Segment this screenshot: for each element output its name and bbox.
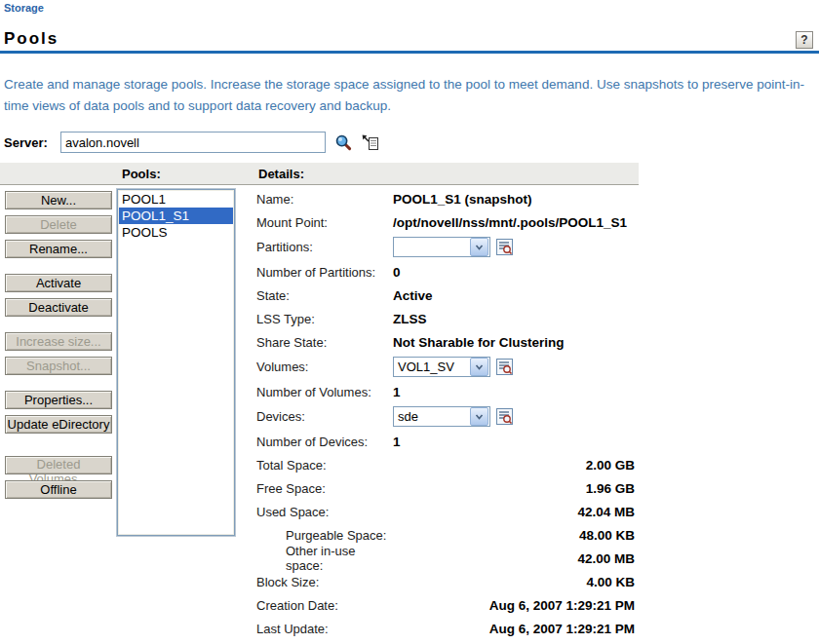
title-divider <box>0 51 819 54</box>
action-button-column: New...DeleteRename...ActivateDeactivateI… <box>5 191 112 505</box>
pool-list-item-POOLS[interactable]: POOLS <box>119 224 233 241</box>
chevron-down-icon <box>470 358 488 376</box>
pool-list-item-POOL1[interactable]: POOL1 <box>119 191 233 208</box>
devices-details-browse-icon[interactable] <box>496 408 513 425</box>
detail-value-state: Active <box>393 288 433 303</box>
object-history-icon[interactable] <box>361 133 380 152</box>
detail-label-state: State: <box>256 288 393 303</box>
partitions-details-browse-icon[interactable] <box>496 239 513 255</box>
detail-row-lss-type: LSS Type:ZLSS <box>256 307 637 330</box>
pool-list-item-POOL1_S1[interactable]: POOL1_S1 <box>119 208 233 224</box>
detail-label-other-in-use-space: Other in-use space: <box>256 544 393 573</box>
page-title: Pools <box>4 29 58 49</box>
action-button-delete[interactable]: Delete <box>5 215 112 234</box>
detail-label-purgeable-space: Purgeable Space: <box>256 528 393 543</box>
detail-label-partitions: Partitions: <box>256 240 393 254</box>
devices-select[interactable]: sde <box>393 406 490 427</box>
action-button-deactivate[interactable]: Deactivate <box>5 298 112 317</box>
action-button-properties[interactable]: Properties... <box>5 391 112 409</box>
detail-label-mount-point: Mount Point: <box>256 215 393 230</box>
chevron-down-icon <box>470 407 488 426</box>
detail-label-number-of-devices: Number of Devices: <box>256 435 393 449</box>
detail-value-creation-date: Aug 6, 2007 1:29:21 PM <box>393 598 637 613</box>
action-button-rename[interactable]: Rename... <box>5 240 112 258</box>
detail-row-state: State:Active <box>256 284 637 307</box>
page-description: Create and manage storage pools. Increas… <box>4 74 811 117</box>
action-button-new[interactable]: New... <box>5 191 112 209</box>
detail-value-number-of-partitions: 0 <box>393 265 401 280</box>
detail-row-block-size: Block Size:4.00 KB <box>256 570 637 593</box>
detail-value-number-of-volumes: 1 <box>393 385 401 399</box>
partitions-select[interactable] <box>393 237 490 257</box>
detail-value-total-space: 2.00 GB <box>393 458 637 473</box>
detail-value-name: POOL1_S1 (snapshot) <box>393 192 532 207</box>
detail-row-other-in-use-space: Other in-use space:42.00 MB <box>256 547 637 570</box>
detail-value-mount-point: /opt/novell/nss/mnt/.pools/POOL1_S1 <box>393 215 627 230</box>
detail-value-share-state: Not Sharable for Clustering <box>393 335 565 350</box>
chevron-down-icon <box>470 238 488 256</box>
volumes-details-browse-icon[interactable] <box>496 359 513 375</box>
detail-row-name: Name:POOL1_S1 (snapshot) <box>256 187 637 210</box>
action-button-offline[interactable]: Offline <box>5 480 112 499</box>
search-icon[interactable] <box>333 133 353 152</box>
action-button-snapshot[interactable]: Snapshot... <box>5 357 112 375</box>
detail-label-last-update: Last Update: <box>256 622 393 636</box>
detail-label-volumes: Volumes: <box>256 360 393 374</box>
detail-label-number-of-partitions: Number of Partitions: <box>256 265 393 280</box>
detail-label-share-state: Share State: <box>256 335 393 350</box>
server-label: Server: <box>4 135 60 150</box>
pools-header: Pools: <box>122 167 161 181</box>
detail-row-share-state: Share State:Not Sharable for Clustering <box>256 330 637 354</box>
server-row: Server: <box>4 132 380 153</box>
help-button[interactable]: ? <box>796 31 813 49</box>
pools-listbox[interactable]: POOL1POOL1_S1POOLS <box>117 189 235 536</box>
detail-label-block-size: Block Size: <box>256 575 393 589</box>
action-button-activate[interactable]: Activate <box>5 274 112 292</box>
detail-row-volumes: Volumes:VOL1_SV <box>256 354 637 380</box>
help-icon: ? <box>800 33 807 47</box>
action-button-deleted-volumes[interactable]: Deleted Volumes... <box>5 456 112 474</box>
details-panel: Name:POOL1_S1 (snapshot)Mount Point:/opt… <box>256 187 637 640</box>
detail-value-used-space: 42.04 MB <box>393 505 637 519</box>
detail-value-last-update: Aug 6, 2007 1:29:21 PM <box>393 622 637 636</box>
server-input[interactable] <box>60 132 326 153</box>
detail-label-number-of-volumes: Number of Volumes: <box>256 385 393 399</box>
action-button-increase-size[interactable]: Increase size... <box>5 332 112 351</box>
detail-label-used-space: Used Space: <box>256 505 393 519</box>
detail-label-devices: Devices: <box>256 409 393 424</box>
detail-value-other-in-use-space: 42.00 MB <box>393 551 637 566</box>
details-header: Details: <box>258 167 304 181</box>
detail-row-creation-date: Creation Date:Aug 6, 2007 1:29:21 PM <box>256 593 637 617</box>
detail-row-devices: Devices:sde <box>256 403 637 430</box>
detail-value-free-space: 1.96 GB <box>393 481 637 496</box>
detail-row-last-update: Last Update:Aug 6, 2007 1:29:21 PM <box>256 617 637 640</box>
detail-value-block-size: 4.00 KB <box>393 575 637 589</box>
detail-row-partitions: Partitions: <box>256 234 637 260</box>
breadcrumb-storage-link[interactable]: Storage <box>4 2 44 14</box>
detail-row-total-space: Total Space:2.00 GB <box>256 453 637 476</box>
action-button-update-edirectory[interactable]: Update eDirectory <box>5 415 112 434</box>
panel-header-bar: Pools: Details: <box>0 163 639 185</box>
volumes-select[interactable]: VOL1_SV <box>393 357 490 377</box>
detail-row-free-space: Free Space:1.96 GB <box>256 476 637 500</box>
detail-label-free-space: Free Space: <box>256 481 393 496</box>
detail-label-lss-type: LSS Type: <box>256 312 393 326</box>
detail-row-number-of-volumes: Number of Volumes:1 <box>256 380 637 403</box>
detail-row-number-of-devices: Number of Devices:1 <box>256 430 637 453</box>
detail-label-total-space: Total Space: <box>256 458 393 473</box>
detail-value-lss-type: ZLSS <box>393 312 427 326</box>
detail-value-number-of-devices: 1 <box>393 435 401 449</box>
detail-value-purgeable-space: 48.00 KB <box>393 528 637 543</box>
detail-label-name: Name: <box>256 192 393 207</box>
detail-label-creation-date: Creation Date: <box>256 598 393 613</box>
detail-row-number-of-partitions: Number of Partitions:0 <box>256 260 637 284</box>
detail-row-mount-point: Mount Point:/opt/novell/nss/mnt/.pools/P… <box>256 210 637 234</box>
detail-row-used-space: Used Space:42.04 MB <box>256 500 637 523</box>
